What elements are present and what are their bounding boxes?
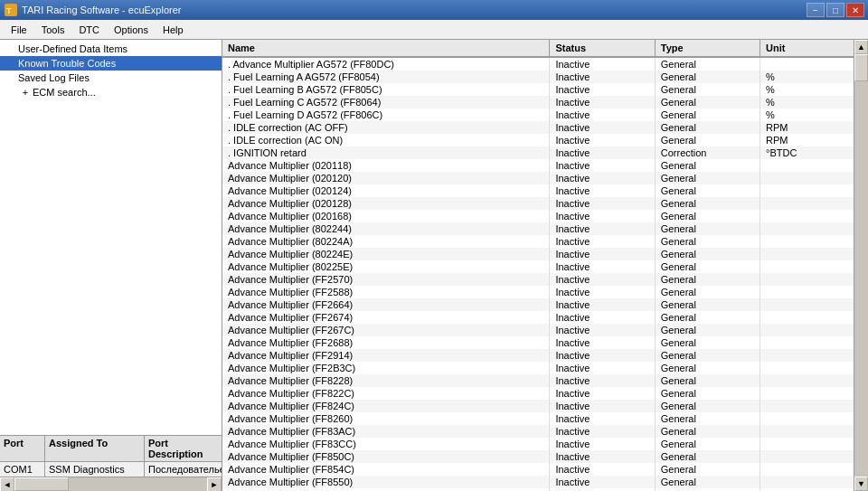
vscroll-thumb[interactable] bbox=[854, 54, 868, 81]
sidebar-item-3[interactable]: +ECM search... bbox=[0, 85, 222, 99]
table-cell: . IDLE correction (AC ON) bbox=[222, 134, 550, 146]
table-cell: General bbox=[655, 248, 760, 260]
sidebar-item-0[interactable]: User-Defined Data Items bbox=[0, 42, 222, 56]
vscroll-track[interactable] bbox=[854, 54, 868, 477]
table-row[interactable]: Advance Multiplier (020118)InactiveGener… bbox=[222, 159, 854, 172]
app-icon: T bbox=[4, 3, 18, 17]
sidebar-status: Port Assigned To Port Description COM1 S… bbox=[0, 435, 222, 477]
table-cell: General bbox=[655, 400, 760, 412]
table-row[interactable]: Advance Multiplier (FF854C)InactiveGener… bbox=[222, 463, 854, 476]
scroll-left-arrow[interactable]: ◄ bbox=[0, 477, 14, 492]
scroll-track[interactable] bbox=[14, 477, 207, 491]
table-row[interactable]: Advance Multiplier (FF83CC)InactiveGener… bbox=[222, 438, 854, 450]
table-row[interactable]: Advance Multiplier (80224A)InactiveGener… bbox=[222, 235, 854, 248]
table-row[interactable]: Advance Multiplier (FF8228)InactiveGener… bbox=[222, 374, 854, 387]
status-col-desc: Port Description bbox=[145, 436, 222, 461]
vscroll-down-arrow[interactable]: ▼ bbox=[854, 477, 868, 491]
table-cell: Inactive bbox=[550, 412, 655, 425]
table-cell bbox=[760, 400, 854, 412]
minimize-button[interactable]: − bbox=[807, 3, 825, 17]
table-cell: . Fuel Learning C AG572 (FF8064) bbox=[222, 96, 550, 109]
table-cell: . Fuel Learning A AG572 (FF8054) bbox=[222, 71, 550, 83]
table-cell: General bbox=[655, 159, 760, 172]
table-row[interactable]: Advance Multiplier (020120)InactiveGener… bbox=[222, 172, 854, 184]
col-header-name[interactable]: Name bbox=[222, 40, 550, 57]
table-cell: Advance Multiplier (020120) bbox=[222, 172, 550, 184]
table-row[interactable]: Advance Multiplier (020168)InactiveGener… bbox=[222, 210, 854, 222]
data-table-wrapper[interactable]: NameStatusTypeUnit . Advance Multiplier … bbox=[222, 40, 854, 491]
table-cell: Advance Multiplier (FF83AC) bbox=[222, 425, 550, 438]
table-cell: Inactive bbox=[550, 324, 655, 336]
table-row[interactable]: Advance Multiplier (FF2688)InactiveGener… bbox=[222, 336, 854, 349]
table-row[interactable]: . Advance Multiplier AG572 (FF80DC)Inact… bbox=[222, 57, 854, 71]
sidebar-item-2[interactable]: Saved Log Files bbox=[0, 71, 222, 85]
table-cell: General bbox=[655, 463, 760, 476]
table-row[interactable]: . Fuel Learning B AG572 (FF805C)Inactive… bbox=[222, 83, 854, 96]
table-cell: Inactive bbox=[550, 450, 655, 463]
table-row[interactable]: Advance Multiplier (FF2588)InactiveGener… bbox=[222, 286, 854, 298]
table-row[interactable]: Advance Multiplier (FF2B3C)InactiveGener… bbox=[222, 362, 854, 374]
table-cell: General bbox=[655, 387, 760, 400]
table-cell: Inactive bbox=[550, 438, 655, 450]
table-row[interactable]: Advance Multiplier (FF822C)InactiveGener… bbox=[222, 387, 854, 400]
col-header-status[interactable]: Status bbox=[550, 40, 655, 57]
table-row[interactable]: Advance Multiplier (FF83AC)InactiveGener… bbox=[222, 425, 854, 438]
table-cell: Advance Multiplier (FF2570) bbox=[222, 273, 550, 286]
sidebar-scrollbar: ◄ ► bbox=[0, 477, 222, 491]
table-row[interactable]: Advance Multiplier (802244)InactiveGener… bbox=[222, 222, 854, 235]
menu-item-file[interactable]: File bbox=[4, 23, 34, 37]
table-cell: Advance Multiplier (020168) bbox=[222, 210, 550, 222]
close-button[interactable]: ✕ bbox=[846, 3, 864, 17]
table-row[interactable]: Advance Multiplier (FF267C)InactiveGener… bbox=[222, 324, 854, 336]
table-cell: General bbox=[655, 172, 760, 184]
table-row[interactable]: . IDLE correction (AC OFF)InactiveGenera… bbox=[222, 121, 854, 134]
table-cell: General bbox=[655, 71, 760, 83]
table-row[interactable]: . Fuel Learning C AG572 (FF8064)Inactive… bbox=[222, 96, 854, 109]
table-row[interactable]: Advance Multiplier (FF2570)InactiveGener… bbox=[222, 273, 854, 286]
table-cell: % bbox=[760, 109, 854, 121]
table-cell bbox=[760, 172, 854, 184]
table-row[interactable]: Advance Multiplier (FF8260)InactiveGener… bbox=[222, 412, 854, 425]
table-cell: Inactive bbox=[550, 210, 655, 222]
table-row[interactable]: . IGNITION retardInactiveCorrection°BTDC bbox=[222, 146, 854, 159]
menu-item-dtc[interactable]: DTC bbox=[71, 23, 107, 37]
menu-item-help[interactable]: Help bbox=[156, 23, 191, 37]
table-row[interactable]: Advance Multiplier (020128)InactiveGener… bbox=[222, 197, 854, 210]
table-cell bbox=[760, 336, 854, 349]
table-cell: General bbox=[655, 286, 760, 298]
table-row[interactable]: Advance Multiplier (FF2674)InactiveGener… bbox=[222, 311, 854, 324]
scroll-right-arrow[interactable]: ► bbox=[207, 477, 222, 492]
vertical-scrollbar[interactable]: ▲ ▼ bbox=[854, 40, 868, 491]
table-cell: Inactive bbox=[550, 260, 655, 273]
table-row[interactable]: . Fuel Learning A AG572 (FF8054)Inactive… bbox=[222, 71, 854, 83]
table-cell: General bbox=[655, 222, 760, 235]
menu-item-tools[interactable]: Tools bbox=[34, 23, 72, 37]
table-cell: . IGNITION retard bbox=[222, 146, 550, 159]
table-cell bbox=[760, 286, 854, 298]
table-cell bbox=[760, 248, 854, 260]
scroll-thumb[interactable] bbox=[14, 477, 69, 491]
table-row[interactable]: . Fuel Learning D AG572 (FF806C)Inactive… bbox=[222, 109, 854, 121]
table-row[interactable]: Advance Multiplier (020124)InactiveGener… bbox=[222, 184, 854, 197]
sidebar-item-1[interactable]: Known Trouble Codes bbox=[0, 56, 222, 71]
maximize-button[interactable]: □ bbox=[826, 3, 844, 17]
table-row[interactable]: Advance Multiplier (FF850C)InactiveGener… bbox=[222, 450, 854, 463]
table-cell: Inactive bbox=[550, 71, 655, 83]
table-row[interactable]: Advance Multiplier (FF2914)InactiveGener… bbox=[222, 349, 854, 362]
vscroll-up-arrow[interactable]: ▲ bbox=[854, 40, 868, 54]
table-row[interactable]: . IDLE correction (AC ON)InactiveGeneral… bbox=[222, 134, 854, 146]
table-row[interactable]: Advance Multiplier (80224E)InactiveGener… bbox=[222, 248, 854, 260]
col-header-type[interactable]: Type bbox=[655, 40, 760, 57]
col-header-unit[interactable]: Unit bbox=[760, 40, 854, 57]
status-col-assigned: Assigned To bbox=[45, 436, 145, 461]
table-row[interactable]: Advance Multiplier (FF8550)InactiveGener… bbox=[222, 476, 854, 488]
menu-item-options[interactable]: Options bbox=[107, 23, 156, 37]
table-row[interactable]: Advance Multiplier (80225E)InactiveGener… bbox=[222, 260, 854, 273]
table-cell: General bbox=[655, 298, 760, 311]
table-cell: . IDLE correction (AC OFF) bbox=[222, 121, 550, 134]
table-row[interactable]: Advance Multiplier (FF2664)InactiveGener… bbox=[222, 298, 854, 311]
table-row[interactable]: Advance Multiplier (FF824C)InactiveGener… bbox=[222, 400, 854, 412]
tree-expander[interactable]: + bbox=[18, 87, 33, 98]
table-cell: General bbox=[655, 412, 760, 425]
table-cell: Inactive bbox=[550, 83, 655, 96]
